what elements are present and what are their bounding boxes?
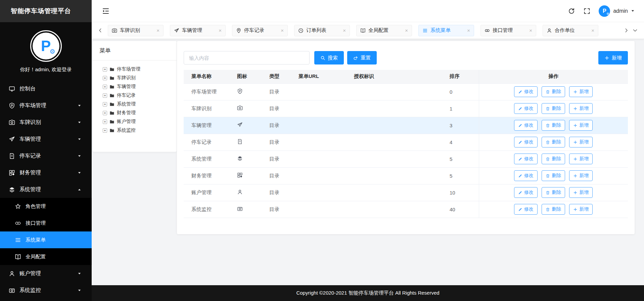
sidebar-item-parking[interactable]: 停车场管理 — [0, 97, 92, 114]
tab-scroll-right-button[interactable] — [622, 26, 631, 35]
tree-node[interactable]: + 系统监控 — [103, 126, 174, 135]
tree-node[interactable]: + 车辆管理 — [103, 82, 174, 91]
delete-button[interactable]: 删除 — [542, 170, 565, 181]
tab-partners[interactable]: 合作单位 × — [543, 25, 598, 36]
user-menu[interactable]: P ⚙ admin — [599, 5, 635, 17]
close-icon[interactable]: × — [591, 28, 594, 33]
add-row-button[interactable]: 新增 — [569, 187, 593, 198]
add-row-button[interactable]: 新增 — [569, 86, 593, 97]
expand-icon[interactable]: + — [103, 67, 107, 72]
delete-button[interactable]: 删除 — [542, 120, 565, 131]
add-button[interactable]: 新增 — [598, 51, 628, 64]
sidebar-item-finance[interactable]: 财务管理 — [0, 164, 92, 181]
search-input[interactable] — [184, 51, 310, 64]
table-row-highlighted[interactable]: 车辆管理 目录 3 修改 删除 新增 — [184, 117, 628, 134]
edit-button[interactable]: 修改 — [514, 187, 538, 198]
add-row-button[interactable]: 新增 — [569, 170, 593, 181]
cell-menu-name: 停车场管理 — [184, 83, 229, 100]
cell-type: 目录 — [262, 184, 291, 201]
tree-node[interactable]: + 停车场管理 — [103, 65, 174, 74]
tab-system-menu[interactable]: 系统菜单 × — [418, 25, 474, 36]
table-row[interactable]: 系统管理 目录 5 修改 删除 新增 — [184, 150, 628, 167]
sidebar-item-roles[interactable]: 角色管理 — [0, 198, 92, 215]
tab-order-list[interactable]: 订单列表 × — [294, 25, 350, 36]
add-row-button[interactable]: 新增 — [569, 137, 593, 147]
tab-global-config[interactable]: 全局配置 × — [356, 25, 412, 36]
table-row[interactable]: 停车场管理 目录 0 修改 删除 新增 — [184, 83, 628, 100]
expand-icon[interactable]: + — [103, 102, 107, 106]
sidebar-item-monitor[interactable]: 系统监控 — [0, 282, 92, 299]
menu-tree-panel: 菜单 + 停车场管理 + 车牌识别 + 车辆管理 + 停车记录 — [93, 41, 177, 152]
expand-icon[interactable]: + — [103, 111, 107, 115]
trash-icon — [546, 157, 550, 161]
tab-parking-records[interactable]: 停车记录 × — [232, 25, 288, 36]
table-row[interactable]: 财务管理 目录 5 修改 删除 新增 — [184, 167, 628, 184]
reset-button[interactable]: 重置 — [347, 51, 377, 64]
close-icon[interactable]: × — [156, 28, 159, 33]
delete-button[interactable]: 删除 — [542, 187, 565, 198]
add-row-button[interactable]: 新增 — [569, 154, 593, 164]
refresh-icon[interactable] — [568, 7, 575, 15]
close-icon[interactable]: × — [281, 28, 284, 33]
delete-button[interactable]: 删除 — [542, 204, 565, 215]
close-icon[interactable]: × — [343, 28, 346, 33]
close-icon[interactable]: × — [219, 28, 222, 33]
tab-scroll-left-button[interactable] — [96, 26, 104, 35]
tree-node[interactable]: + 系统管理 — [103, 100, 174, 109]
close-icon[interactable]: × — [467, 28, 470, 33]
cell-type: 目录 — [262, 134, 291, 150]
edit-label: 修改 — [524, 89, 534, 95]
tab-overflow-button[interactable] — [631, 26, 639, 35]
edit-button[interactable]: 修改 — [514, 137, 538, 147]
sidebar-item-console[interactable]: 控制台 — [0, 80, 92, 97]
sidebar-item-parking-records[interactable]: 停车记录 — [0, 147, 92, 164]
menu-list-icon — [15, 237, 21, 243]
table-row[interactable]: 车牌识别 目录 1 修改 删除 新增 — [184, 100, 628, 117]
edit-button[interactable]: 修改 — [514, 154, 538, 164]
edit-button[interactable]: 修改 — [514, 103, 538, 114]
expand-icon[interactable]: + — [103, 120, 107, 124]
search-button[interactable]: 搜索 — [314, 51, 344, 64]
expand-icon[interactable]: + — [103, 76, 107, 80]
add-row-button[interactable]: 新增 — [569, 204, 593, 215]
edit-button[interactable]: 修改 — [514, 86, 538, 97]
close-icon[interactable]: × — [405, 28, 408, 33]
delete-button[interactable]: 删除 — [542, 154, 565, 164]
edit-button[interactable]: 修改 — [514, 120, 538, 131]
tree-node[interactable]: + 车牌识别 — [103, 74, 174, 82]
expand-icon[interactable]: + — [103, 85, 107, 89]
sidebar-item-system[interactable]: 系统管理 — [0, 181, 92, 198]
clock-icon — [298, 28, 304, 33]
sidebar-item-api[interactable]: 接口管理 — [0, 215, 92, 231]
sidebar-item-vehicle[interactable]: 车辆管理 — [0, 131, 92, 147]
sidebar-item-global-config[interactable]: 全局配置 — [0, 248, 92, 265]
delete-button[interactable]: 删除 — [542, 86, 565, 97]
table-row[interactable]: 账户管理 目录 10 修改 删除 新增 — [184, 184, 628, 201]
tree-node[interactable]: + 停车记录 — [103, 91, 174, 100]
edit-button[interactable]: 修改 — [514, 170, 538, 181]
edit-button[interactable]: 修改 — [514, 204, 538, 215]
tree-node[interactable]: + 账户管理 — [103, 117, 174, 126]
chevron-right-icon — [624, 28, 629, 33]
close-icon[interactable]: × — [529, 28, 532, 33]
expand-icon[interactable]: + — [103, 93, 107, 98]
tab-vehicle[interactable]: 车辆管理 × — [170, 25, 226, 36]
tab-api[interactable]: 接口管理 × — [480, 25, 536, 36]
add-row-button[interactable]: 新增 — [569, 103, 593, 114]
expand-icon[interactable]: + — [103, 128, 107, 133]
table-row[interactable]: 系统监控 目录 40 修改 删除 新增 — [184, 201, 628, 218]
trash-icon — [546, 174, 550, 178]
fullscreen-icon[interactable] — [583, 7, 591, 15]
delete-button[interactable]: 删除 — [542, 137, 565, 147]
collapse-sidebar-icon[interactable] — [102, 7, 110, 15]
sidebar-item-plate-recognition[interactable]: 车牌识别 — [0, 114, 92, 131]
tree-node[interactable]: + 财务管理 — [103, 109, 174, 117]
cell-type: 目录 — [262, 83, 291, 100]
sidebar-item-accounts[interactable]: 账户管理 — [0, 265, 92, 282]
table-row[interactable]: 停车记录 目录 4 修改 删除 新增 — [184, 134, 628, 150]
sidebar-item-system-menu[interactable]: 系统菜单 — [0, 231, 92, 248]
delete-button[interactable]: 删除 — [542, 103, 565, 114]
add-row-button[interactable]: 新增 — [569, 120, 593, 131]
tab-plate-recognition[interactable]: 车牌识别 × — [108, 25, 164, 36]
sidebar-item-label: 系统管理 — [19, 186, 41, 193]
